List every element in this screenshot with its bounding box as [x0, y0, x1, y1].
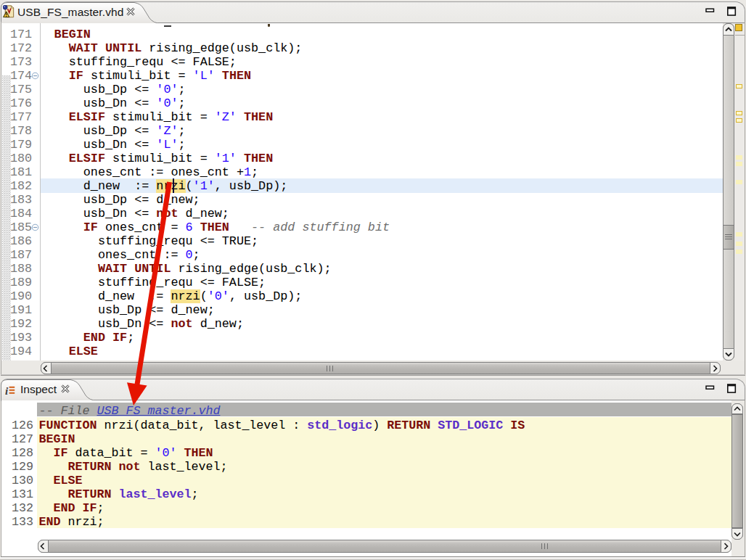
svg-text:i: i: [5, 385, 9, 397]
